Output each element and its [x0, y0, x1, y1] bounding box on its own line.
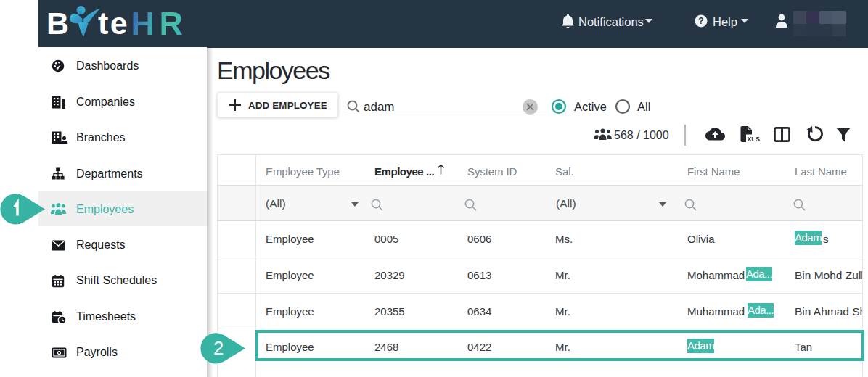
svg-text:XLS: XLS — [748, 136, 761, 143]
svg-text:?: ? — [698, 16, 703, 26]
svg-text:2: 2 — [213, 338, 224, 358]
